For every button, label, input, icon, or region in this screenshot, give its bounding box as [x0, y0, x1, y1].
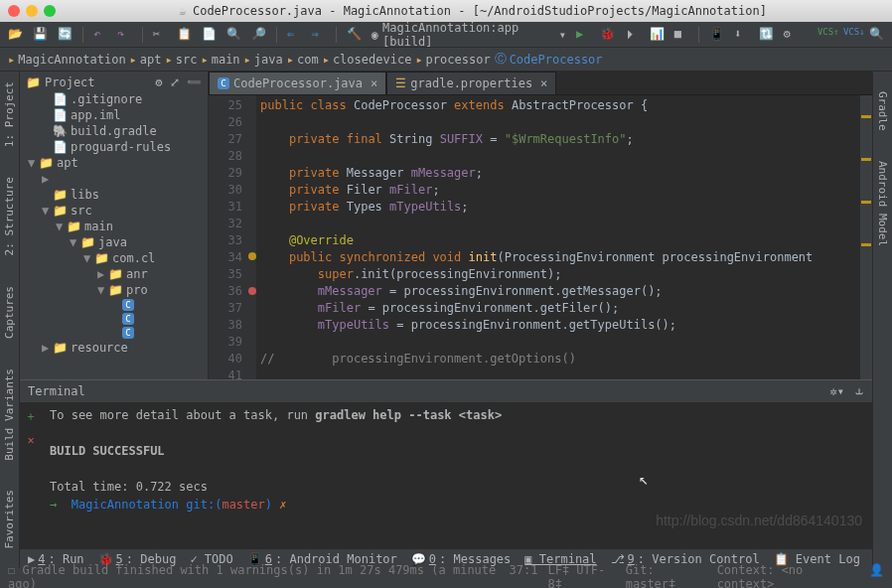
- tree-node[interactable]: 📄.gitignore: [20, 91, 208, 107]
- close-tab-icon[interactable]: ×: [371, 76, 377, 90]
- editor-tabs: CCodeProcessor.java× ☰gradle.properties×: [209, 72, 872, 95]
- tree-node[interactable]: ▼📁src: [20, 203, 208, 219]
- paste-icon[interactable]: 📄: [202, 27, 217, 43]
- tab-structure[interactable]: 2: Structure: [3, 177, 16, 255]
- tab-gradle[interactable]: Gradle: [876, 91, 889, 131]
- bc-4[interactable]: ▸java: [244, 53, 283, 67]
- editor: CCodeProcessor.java× ☰gradle.properties×…: [209, 72, 872, 379]
- make-icon[interactable]: 🔨: [347, 27, 362, 43]
- undo-icon[interactable]: ↶: [93, 27, 107, 43]
- bc-7[interactable]: ▸processor: [415, 53, 490, 67]
- back-icon[interactable]: ⇐: [287, 27, 301, 43]
- tab-favorites[interactable]: Favorites: [3, 490, 16, 549]
- vcs-down-icon[interactable]: VCS↓: [843, 27, 859, 43]
- cursor-icon: ↖: [639, 470, 649, 489]
- tree-node[interactable]: ▼📁apt: [20, 155, 208, 171]
- stop-icon[interactable]: ■: [674, 27, 688, 43]
- tree-node[interactable]: ▶📁resource: [20, 340, 208, 356]
- line-gutter: 252627282930313233343536373839404142: [209, 95, 248, 379]
- watermark: http://blog.csdn.net/dd864140130: [656, 513, 862, 528]
- find-icon[interactable]: 🔍: [226, 27, 241, 43]
- replace-icon[interactable]: 🔎: [251, 27, 266, 43]
- marker-strip[interactable]: [860, 95, 872, 379]
- tab-build-variants[interactable]: Build Variants: [3, 368, 16, 461]
- avd-icon[interactable]: 📱: [709, 27, 724, 43]
- save-icon[interactable]: 💾: [33, 27, 48, 43]
- bc-8[interactable]: Ⓒ CodeProcessor: [495, 51, 603, 68]
- tree-node[interactable]: C: [20, 298, 208, 312]
- build-message: Gradle build finished with 1 warnings(s)…: [8, 563, 496, 588]
- tree-node[interactable]: ▶: [20, 171, 208, 187]
- close-tab-icon[interactable]: ×: [540, 76, 547, 90]
- window-title: ☕ CodeProcessor.java - MagicAnnotation -…: [62, 4, 884, 18]
- bc-0[interactable]: ▸MagicAnnotation: [8, 53, 126, 67]
- bc-6[interactable]: ▸closedevice: [323, 53, 412, 67]
- bottom-bar: ☐ Gradle build finished with 1 warnings(…: [0, 568, 892, 586]
- encoding[interactable]: LF‡ UTF-8‡: [547, 563, 615, 588]
- sync-icon[interactable]: 🔃: [759, 27, 774, 43]
- open-icon[interactable]: 📂: [8, 27, 23, 43]
- run-icon[interactable]: ▶: [576, 27, 590, 43]
- copy-icon[interactable]: 📋: [177, 27, 192, 43]
- maximize-window[interactable]: [44, 5, 56, 17]
- tab-captures[interactable]: Captures: [3, 286, 16, 339]
- redo-icon[interactable]: ↷: [117, 27, 131, 43]
- tree-node[interactable]: 📄proguard-rules: [20, 139, 208, 155]
- git-branch[interactable]: Git: master‡: [626, 563, 707, 588]
- close-window[interactable]: [8, 5, 20, 17]
- run-config-selector[interactable]: ◉ MagicAnnotation:app [build] ▾: [372, 21, 566, 49]
- terminal-title: Terminal: [28, 384, 85, 398]
- bc-3[interactable]: ▸main: [201, 53, 239, 67]
- main-toolbar: 📂 💾 🔄 ↶ ↷ ✂ 📋 📄 🔍 🔎 ⇐ ⇒ 🔨 ◉ MagicAnnotat…: [0, 22, 892, 48]
- forward-icon[interactable]: ⇒: [311, 27, 325, 43]
- tree-node[interactable]: C: [20, 312, 208, 326]
- tree-node[interactable]: 📁libs: [20, 187, 208, 203]
- tree-node[interactable]: 📄app.iml: [20, 107, 208, 123]
- tree-node[interactable]: ▼📁main: [20, 219, 208, 234]
- error-mark-icon[interactable]: [248, 287, 256, 295]
- settings-icon[interactable]: ⚙: [784, 27, 798, 43]
- tree-node[interactable]: ▼📁pro: [20, 282, 208, 298]
- bc-1[interactable]: ▸apt: [130, 53, 162, 67]
- right-tool-tabs: Gradle Android Model: [872, 72, 892, 568]
- minimize-icon[interactable]: ⥿: [854, 384, 864, 398]
- tab-android-model[interactable]: Android Model: [876, 161, 889, 246]
- context[interactable]: Context: <no context>: [717, 563, 859, 588]
- profile-icon[interactable]: 📊: [650, 27, 665, 43]
- sdk-icon[interactable]: ⬇: [734, 27, 748, 43]
- tree-node[interactable]: 🐘build.gradle: [20, 123, 208, 139]
- minimize-window[interactable]: [26, 5, 38, 17]
- new-session-icon[interactable]: ＋: [25, 408, 37, 425]
- tree-node[interactable]: ▶📁anr: [20, 266, 208, 282]
- tree-node[interactable]: ▼📁java: [20, 234, 208, 250]
- bc-2[interactable]: ▸src: [166, 53, 198, 67]
- editor-tab-0[interactable]: CCodeProcessor.java×: [209, 72, 386, 94]
- gutter-marks: [248, 95, 256, 379]
- bc-5[interactable]: ▸com: [287, 53, 319, 67]
- debug-icon[interactable]: 🐞: [600, 27, 615, 43]
- breadcrumb: ▸MagicAnnotation ▸apt ▸src ▸main ▸java ▸…: [0, 48, 892, 72]
- warning-mark-icon[interactable]: [248, 252, 256, 260]
- close-session-icon[interactable]: ✕: [27, 433, 34, 447]
- cut-icon[interactable]: ✂: [153, 27, 167, 43]
- inspector-icon[interactable]: 👤: [869, 563, 884, 588]
- left-tool-tabs: 1: Project 2: Structure Captures Build V…: [0, 72, 20, 568]
- tree-node[interactable]: C: [20, 326, 208, 340]
- attach-icon[interactable]: ⏵: [625, 27, 639, 43]
- code-area[interactable]: public class CodeProcessor extends Abstr…: [256, 95, 860, 379]
- editor-tab-1[interactable]: ☰gradle.properties×: [386, 72, 556, 94]
- project-tree: 📁 Project ⚙ ⤢ ➖ 📄.gitignore📄app.iml🐘buil…: [20, 72, 209, 379]
- vcs-up-icon[interactable]: VCS↑: [818, 27, 833, 43]
- gear-icon[interactable]: ✲▾: [830, 384, 844, 398]
- search-icon[interactable]: 🔍: [869, 27, 884, 43]
- tree-node[interactable]: ▼📁com.cl: [20, 250, 208, 266]
- titlebar: ☕ CodeProcessor.java - MagicAnnotation -…: [0, 0, 892, 22]
- refresh-icon[interactable]: 🔄: [58, 27, 73, 43]
- tab-project[interactable]: 1: Project: [3, 81, 16, 147]
- tree-header[interactable]: 📁 Project ⚙ ⤢ ➖: [20, 74, 208, 91]
- caret-pos[interactable]: 37:1: [510, 563, 538, 588]
